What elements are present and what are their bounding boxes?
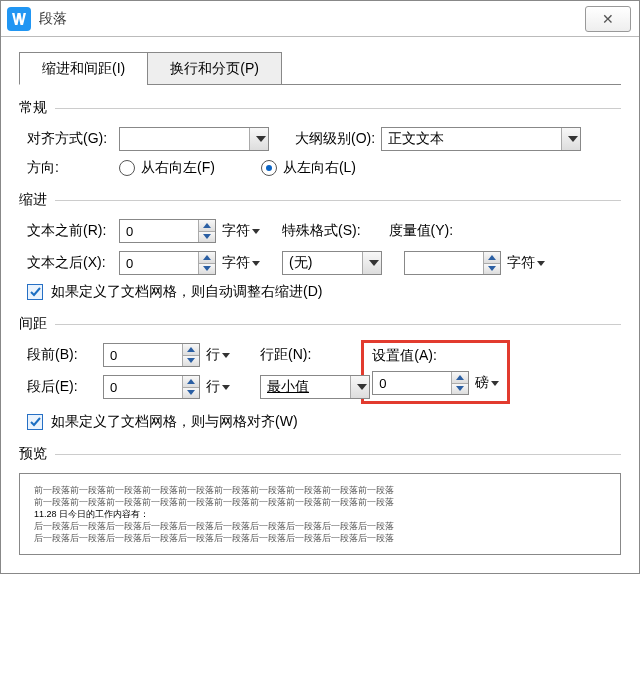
step-down-icon[interactable] [199, 231, 215, 243]
radio-ltr[interactable]: 从左向右(L) [261, 159, 356, 177]
unit-char-measure[interactable]: 字符 [507, 254, 545, 272]
step-down-icon[interactable] [183, 387, 199, 399]
chevron-down-icon [362, 252, 381, 274]
preview-line: 后一段落后一段落后一段落后一段落后一段落后一段落后一段落后一段落后一段落后一段落 [34, 520, 606, 532]
at-highlight-box: 设置值(A): 磅 [361, 340, 510, 404]
radio-icon [261, 160, 277, 176]
preview-line: 前一段落前一段落前一段落前一段落前一段落前一段落前一段落前一段落前一段落前一段落 [34, 496, 606, 508]
align-combobox[interactable] [119, 127, 269, 151]
align-label: 对齐方式(G): [27, 130, 113, 148]
outline-label: 大纲级别(O): [295, 130, 375, 148]
chevron-down-icon [249, 128, 268, 150]
spacing-grid-checkbox[interactable]: 如果定义了文档网格，则与网格对齐(W) [27, 413, 298, 431]
measure-input[interactable] [405, 252, 483, 274]
preview-line-current: 11.28 日今日的工作内容有： [34, 508, 606, 520]
space-before-spinner[interactable] [103, 343, 200, 367]
tabbar: 缩进和间距(I) 换行和分页(P) [19, 51, 621, 85]
step-up-icon[interactable] [199, 252, 215, 263]
space-before-input[interactable] [104, 344, 182, 366]
indent-grid-checkbox[interactable]: 如果定义了文档网格，则自动调整右缩进(D) [27, 283, 322, 301]
indent-before-input[interactable] [120, 220, 198, 242]
chevron-down-icon [350, 376, 369, 398]
radio-icon [119, 160, 135, 176]
checkbox-checked-icon [27, 414, 43, 430]
direction-label: 方向: [27, 159, 113, 177]
special-combobox[interactable]: (无) [282, 251, 382, 275]
preview-line: 前一段落前一段落前一段落前一段落前一段落前一段落前一段落前一段落前一段落前一段落 [34, 484, 606, 496]
app-icon [7, 7, 31, 31]
unit-point-at[interactable]: 磅 [475, 374, 499, 392]
unit-line-before[interactable]: 行 [206, 346, 230, 364]
group-spacing: 间距 [19, 315, 621, 333]
chevron-down-icon [561, 128, 580, 150]
tab-line-page-breaks[interactable]: 换行和分页(P) [147, 52, 282, 85]
step-down-icon[interactable] [199, 263, 215, 275]
measure-label: 度量值(Y): [389, 222, 454, 240]
special-label: 特殊格式(S): [282, 222, 361, 240]
unit-line-after[interactable]: 行 [206, 378, 230, 396]
group-preview: 预览 [19, 445, 621, 463]
preview-line: 后一段落后一段落后一段落后一段落后一段落后一段落后一段落后一段落后一段落后一段落 [34, 532, 606, 544]
at-label: 设置值(A): [372, 347, 499, 365]
indent-after-label: 文本之后(X): [27, 254, 113, 272]
paragraph-dialog: 段落 ✕ 缩进和间距(I) 换行和分页(P) 常规 对齐方式(G): 大纲级别(… [0, 0, 640, 574]
window-title: 段落 [39, 10, 67, 28]
step-up-icon[interactable] [183, 344, 199, 355]
group-general: 常规 [19, 99, 621, 117]
tab-indent-spacing[interactable]: 缩进和间距(I) [19, 52, 148, 85]
linespacing-label: 行距(N): [260, 346, 311, 364]
step-up-icon[interactable] [452, 372, 468, 383]
step-up-icon[interactable] [183, 376, 199, 387]
space-after-label: 段后(E): [27, 378, 97, 396]
step-down-icon[interactable] [452, 383, 468, 395]
unit-char-before[interactable]: 字符 [222, 222, 260, 240]
space-before-label: 段前(B): [27, 346, 97, 364]
at-spinner[interactable] [372, 371, 469, 395]
indent-after-input[interactable] [120, 252, 198, 274]
radio-rtl[interactable]: 从右向左(F) [119, 159, 215, 177]
step-up-icon[interactable] [484, 252, 500, 263]
space-after-input[interactable] [104, 376, 182, 398]
indent-before-spinner[interactable] [119, 219, 216, 243]
step-down-icon[interactable] [183, 355, 199, 367]
indent-after-spinner[interactable] [119, 251, 216, 275]
preview-box: 前一段落前一段落前一段落前一段落前一段落前一段落前一段落前一段落前一段落前一段落… [19, 473, 621, 555]
measure-spinner[interactable] [404, 251, 501, 275]
step-down-icon[interactable] [484, 263, 500, 275]
outline-combobox[interactable]: 正文文本 [381, 127, 581, 151]
step-up-icon[interactable] [199, 220, 215, 231]
space-after-spinner[interactable] [103, 375, 200, 399]
checkbox-checked-icon [27, 284, 43, 300]
titlebar-left: 段落 [7, 7, 67, 31]
indent-before-label: 文本之前(R): [27, 222, 113, 240]
close-button[interactable]: ✕ [585, 6, 631, 32]
linespacing-combobox[interactable]: 最小值 [260, 375, 370, 399]
at-input[interactable] [373, 372, 451, 394]
titlebar: 段落 ✕ [1, 1, 639, 37]
unit-char-after[interactable]: 字符 [222, 254, 260, 272]
group-indent: 缩进 [19, 191, 621, 209]
